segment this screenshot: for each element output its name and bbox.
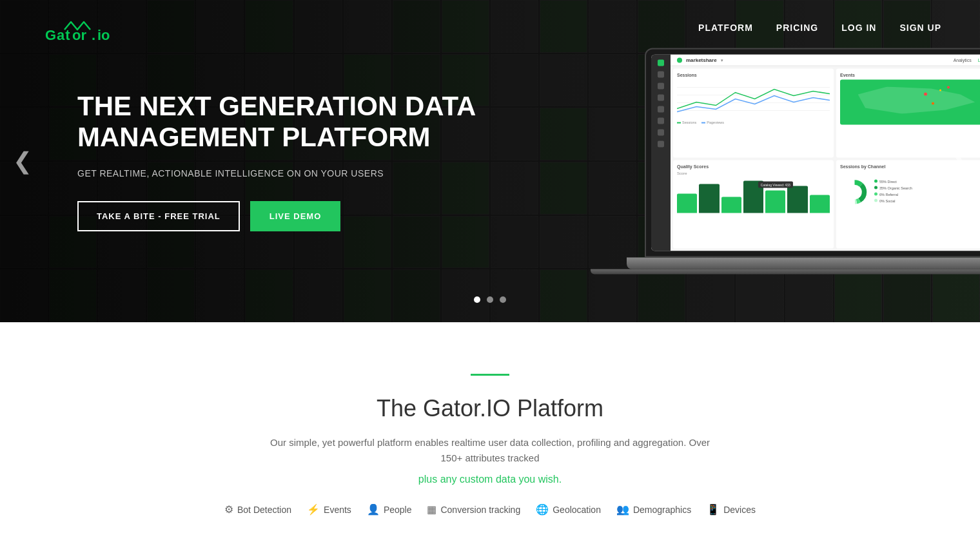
widget-sessions-title: Sessions (677, 73, 830, 77)
live-demo-button[interactable]: LIVE DEMO (250, 201, 341, 231)
feature-bot-detection-label: Bot Detection (237, 505, 291, 515)
dashboard-app-name: marketshare (686, 57, 717, 63)
quality-bars: Catalog Viewed: 433 (677, 177, 830, 213)
bar-1 (677, 193, 697, 213)
carousel-dot-3[interactable] (500, 296, 506, 303)
devices-icon: 📱 (707, 503, 720, 516)
feature-bot-detection: ⚙ Bot Detection (224, 503, 291, 516)
feature-demographics-label: Demographics (633, 505, 691, 515)
feature-events: ⚡ Events (307, 503, 351, 516)
legend-item-4: 0% Social (874, 198, 912, 204)
analytics-label: Analytics (954, 58, 972, 63)
sidebar-icon-3 (658, 95, 664, 101)
platform-highlight-link[interactable]: plus any custom data you wish. (418, 474, 562, 485)
hero-content: THE NEXT GENERATION DATA MANAGEMENT PLAT… (0, 91, 490, 231)
hero-subtitle: GET REALTIME, ACTIONABLE INTELLIGENCE ON… (77, 166, 490, 180)
dashboard-dropdown-icon: ▾ (721, 57, 723, 63)
platform-description: Our simple, yet powerful platform enable… (264, 435, 716, 466)
sessions-chart (677, 80, 830, 119)
feature-geolocation: 🌐 Geolocation (536, 503, 601, 516)
conversion-icon: ▦ (427, 503, 436, 516)
hero-title: THE NEXT GENERATION DATA MANAGEMENT PLAT… (77, 91, 490, 153)
svg-text:io: io (97, 27, 110, 43)
sidebar-icon-7 (658, 141, 664, 148)
dashboard-header-left: marketshare ▾ (677, 57, 723, 63)
logout-link[interactable]: Log out (978, 58, 980, 63)
events-icon: ⚡ (307, 503, 320, 516)
sidebar-icon-active (658, 60, 664, 66)
dashboard: marketshare ▾ Analytics Log out Ses (651, 55, 980, 251)
events-map (840, 80, 980, 125)
laptop-stand (591, 269, 980, 275)
carousel-dot-2[interactable] (487, 296, 493, 303)
svg-text:.: . (92, 27, 95, 43)
nav-login[interactable]: LOG IN (841, 23, 876, 33)
widget-events: Events (836, 69, 980, 158)
svg-text:or: or (72, 27, 86, 43)
carousel-dot-1[interactable] (474, 296, 480, 303)
laptop-screen: marketshare ▾ Analytics Log out Ses (651, 55, 980, 251)
demographics-icon: 👥 (616, 503, 629, 516)
feature-conversion-label: Conversion tracking (440, 505, 520, 515)
dashboard-header-right: Analytics Log out (954, 58, 980, 63)
widget-sessions: Sessions (673, 69, 834, 158)
legend-item-3: 6% Referral (874, 192, 912, 198)
logo[interactable]: Gat or . io (39, 12, 142, 44)
feature-demographics: 👥 Demographics (616, 503, 691, 516)
feature-geolocation-label: Geolocation (553, 505, 601, 515)
donut-chart (840, 177, 869, 206)
feature-tags: ⚙ Bot Detection ⚡ Events 👤 People ▦ Conv… (39, 503, 941, 516)
legend-item-1: 55% Direct (874, 179, 912, 186)
carousel-next-button[interactable]: ❯ (948, 148, 967, 175)
carousel-dots (474, 296, 506, 303)
legend-item-2: 35% Organic Search (874, 186, 912, 192)
feature-people-label: People (384, 505, 412, 515)
laptop-frame: marketshare ▾ Analytics Log out Ses (645, 48, 980, 258)
feature-devices: 📱 Devices (707, 503, 756, 516)
sessions-legend: Sessions Pageviews (677, 121, 830, 124)
platform-title: The Gator.IO Platform (39, 395, 941, 422)
free-trial-button[interactable]: TAKE A BITE - FREE TRIAL (77, 201, 240, 231)
sidebar-icon-2 (658, 83, 664, 90)
navigation: Gat or . io PLATFORM PRICING LOG IN SIGN… (0, 0, 980, 55)
widget-quality: Quality Scores Score Catalog Viewed: 433 (673, 160, 834, 249)
feature-devices-label: Devices (723, 505, 756, 515)
feature-conversion: ▦ Conversion tracking (427, 503, 520, 516)
geolocation-icon: 🌐 (536, 503, 549, 516)
widget-events-title: Events (840, 73, 980, 77)
bar-2 (699, 184, 719, 213)
donut-legend: 55% Direct 35% Organic Search 6% Referra… (874, 179, 912, 205)
svg-point-12 (848, 186, 861, 198)
svg-text:Gat: Gat (45, 27, 71, 43)
sidebar-icon-4 (658, 106, 664, 113)
nav-pricing[interactable]: PRICING (776, 23, 818, 33)
bar-5: Catalog Viewed: 433 (765, 190, 785, 213)
sidebar-icon-6 (658, 130, 664, 136)
nav-platform[interactable]: PLATFORM (698, 23, 753, 33)
bar-3 (721, 197, 741, 213)
widget-quality-title: Quality Scores (677, 164, 830, 168)
feature-people: 👤 People (367, 503, 412, 516)
platform-section: The Gator.IO Platform Our simple, yet po… (0, 322, 980, 551)
widget-quality-subtitle: Score (677, 171, 830, 175)
sidebar-icon-5 (658, 118, 664, 124)
people-icon: 👤 (367, 503, 380, 516)
dashboard-sidebar (651, 55, 671, 251)
hero-buttons: TAKE A BITE - FREE TRIAL LIVE DEMO (77, 201, 490, 231)
bot-detection-icon: ⚙ (224, 503, 233, 516)
dashboard-header: marketshare ▾ Analytics Log out (671, 55, 980, 66)
dashboard-body: Sessions (671, 66, 980, 251)
dashboard-logo (677, 57, 682, 63)
feature-events-label: Events (324, 505, 351, 515)
map-dot-4 (947, 86, 950, 89)
laptop-mockup: marketshare ▾ Analytics Log out Ses (645, 48, 980, 275)
sidebar-icon-1 (658, 72, 664, 78)
dashboard-main: marketshare ▾ Analytics Log out Ses (671, 55, 980, 251)
tooltip: Catalog Viewed: 433 (758, 182, 793, 188)
carousel-prev-button[interactable]: ❮ (13, 148, 32, 175)
section-divider (471, 374, 509, 376)
map-shape (843, 83, 980, 122)
bar-7 (810, 195, 830, 213)
laptop-base (627, 258, 980, 269)
nav-signup[interactable]: SIGN UP (899, 23, 941, 33)
